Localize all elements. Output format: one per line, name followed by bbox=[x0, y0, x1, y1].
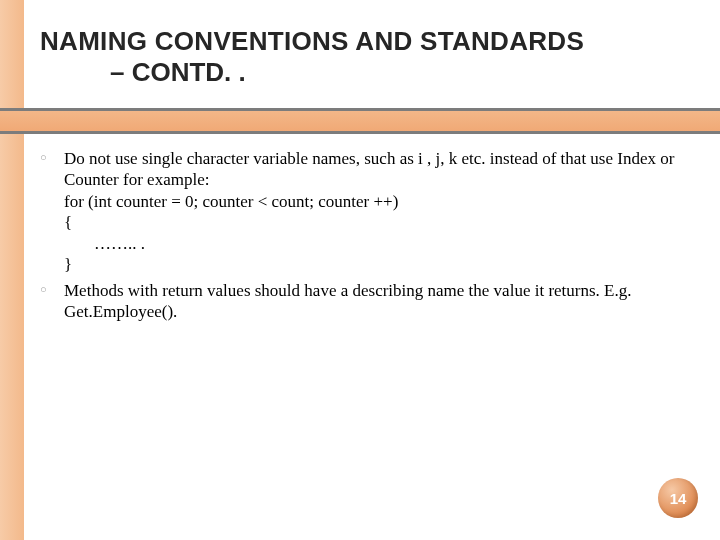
page-number-badge: 14 bbox=[658, 478, 698, 518]
left-decorative-stripe bbox=[0, 0, 24, 540]
list-item-body: Do not use single character variable nam… bbox=[64, 148, 680, 276]
title-line-1: NAMING CONVENTIONS AND STANDARDS bbox=[40, 26, 680, 57]
band-top-border bbox=[0, 108, 720, 111]
list-item-body: Methods with return values should have a… bbox=[64, 280, 680, 323]
title-line-2: – CONTD. . bbox=[110, 57, 680, 88]
bullet-text: Methods with return values should have a… bbox=[64, 281, 631, 321]
band-bottom-border bbox=[0, 131, 720, 134]
slide: NAMING CONVENTIONS AND STANDARDS – CONTD… bbox=[0, 0, 720, 540]
code-line: } bbox=[64, 254, 680, 275]
slide-content: ○ Do not use single character variable n… bbox=[40, 148, 680, 326]
list-item: ○ Methods with return values should have… bbox=[40, 280, 680, 323]
slide-title: NAMING CONVENTIONS AND STANDARDS – CONTD… bbox=[40, 26, 680, 88]
code-line: …….. . bbox=[64, 233, 680, 254]
page-number: 14 bbox=[670, 490, 687, 507]
bullet-icon: ○ bbox=[40, 280, 64, 295]
title-underline-band bbox=[0, 108, 720, 134]
list-item: ○ Do not use single character variable n… bbox=[40, 148, 680, 276]
code-line: for (int counter = 0; counter < count; c… bbox=[64, 191, 680, 212]
code-line: { bbox=[64, 212, 680, 233]
bullet-text: Do not use single character variable nam… bbox=[64, 149, 674, 189]
bullet-icon: ○ bbox=[40, 148, 64, 163]
